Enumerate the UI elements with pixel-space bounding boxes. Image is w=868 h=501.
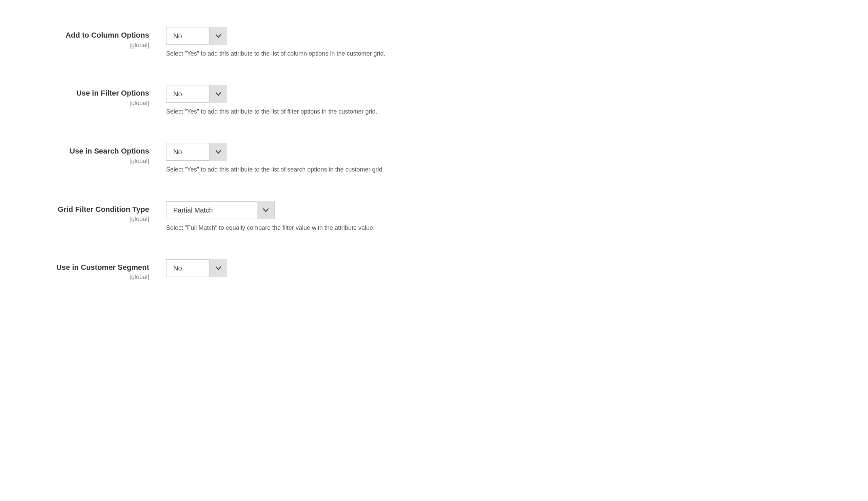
form-row-use-in-customer-segment: Use in Customer Segment[global]No bbox=[0, 246, 868, 295]
label-cell-use-in-filter-options: Use in Filter Options[global] bbox=[20, 85, 163, 107]
select-value-use-in-customer-segment: No bbox=[167, 259, 209, 277]
label-cell-use-in-customer-segment: Use in Customer Segment[global] bbox=[20, 259, 163, 281]
control-cell-grid-filter-condition-type: Partial Match Select "Full Match" to equ… bbox=[163, 201, 848, 232]
field-scope-use-in-search-options: [global] bbox=[20, 158, 149, 165]
form-row-grid-filter-condition-type: Grid Filter Condition Type[global]Partia… bbox=[0, 188, 868, 246]
form-row-use-in-filter-options: Use in Filter Options[global]No Select "… bbox=[0, 72, 868, 129]
field-hint-grid-filter-condition-type: Select "Full Match" to equally compare t… bbox=[166, 224, 848, 232]
chevron-down-icon-use-in-search-options[interactable] bbox=[209, 143, 227, 161]
field-scope-use-in-customer-segment: [global] bbox=[20, 274, 149, 281]
control-cell-add-to-column-options: No Select "Yes" to add this attribute to… bbox=[163, 27, 848, 58]
select-grid-filter-condition-type[interactable]: Partial Match bbox=[166, 201, 275, 219]
chevron-down-icon-use-in-customer-segment[interactable] bbox=[209, 259, 227, 277]
select-use-in-filter-options[interactable]: No bbox=[166, 85, 227, 103]
select-use-in-customer-segment[interactable]: No bbox=[166, 259, 227, 277]
form-row-add-to-column-options: Add to Column Options[global]No Select "… bbox=[0, 13, 868, 72]
label-cell-use-in-search-options: Use in Search Options[global] bbox=[20, 143, 163, 165]
select-value-use-in-filter-options: No bbox=[167, 85, 209, 103]
field-scope-use-in-filter-options: [global] bbox=[20, 100, 149, 107]
chevron-down-icon-grid-filter-condition-type[interactable] bbox=[257, 201, 274, 219]
select-value-grid-filter-condition-type: Partial Match bbox=[167, 201, 257, 219]
field-scope-add-to-column-options: [global] bbox=[20, 42, 149, 49]
form-row-use-in-search-options: Use in Search Options[global]No Select "… bbox=[0, 129, 868, 188]
select-value-add-to-column-options: No bbox=[167, 27, 209, 45]
control-cell-use-in-customer-segment: No bbox=[163, 259, 848, 277]
select-use-in-search-options[interactable]: No bbox=[166, 143, 227, 161]
field-hint-use-in-search-options: Select "Yes" to add this attribute to th… bbox=[166, 166, 848, 174]
label-cell-add-to-column-options: Add to Column Options[global] bbox=[20, 27, 163, 49]
label-cell-grid-filter-condition-type: Grid Filter Condition Type[global] bbox=[20, 201, 163, 223]
select-add-to-column-options[interactable]: No bbox=[166, 27, 227, 45]
field-scope-grid-filter-condition-type: [global] bbox=[20, 216, 149, 223]
field-hint-use-in-filter-options: Select "Yes" to add this attribute to th… bbox=[166, 107, 848, 116]
settings-page: Add to Column Options[global]No Select "… bbox=[0, 0, 868, 501]
control-cell-use-in-search-options: No Select "Yes" to add this attribute to… bbox=[163, 143, 848, 174]
field-label-use-in-filter-options: Use in Filter Options bbox=[20, 88, 149, 98]
select-value-use-in-search-options: No bbox=[167, 143, 209, 161]
chevron-down-icon-use-in-filter-options[interactable] bbox=[209, 85, 227, 103]
field-label-add-to-column-options: Add to Column Options bbox=[20, 31, 149, 40]
field-label-use-in-search-options: Use in Search Options bbox=[20, 147, 149, 156]
control-cell-use-in-filter-options: No Select "Yes" to add this attribute to… bbox=[163, 85, 848, 116]
chevron-down-icon-add-to-column-options[interactable] bbox=[209, 27, 227, 45]
form-table: Add to Column Options[global]No Select "… bbox=[0, 13, 868, 294]
field-hint-add-to-column-options: Select "Yes" to add this attribute to th… bbox=[166, 50, 848, 58]
field-label-grid-filter-condition-type: Grid Filter Condition Type bbox=[20, 205, 149, 215]
field-label-use-in-customer-segment: Use in Customer Segment bbox=[20, 263, 149, 273]
